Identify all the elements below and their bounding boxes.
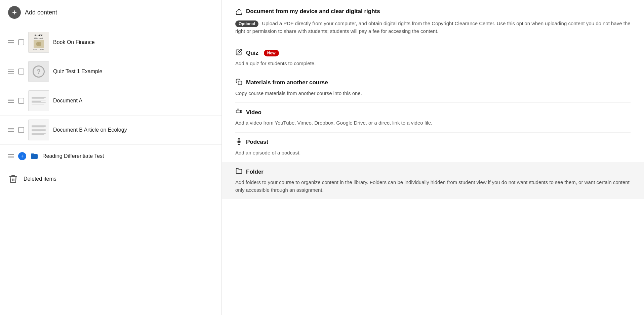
drag-handle[interactable] (8, 154, 14, 158)
folder-add-icon[interactable]: + (18, 152, 26, 160)
video-icon (235, 108, 243, 117)
video-title: Video (246, 109, 261, 116)
document-thumbnail (29, 120, 49, 140)
book-cover-image: ✈ (34, 40, 44, 48)
right-panel: Document from my device and clear digita… (222, 0, 644, 315)
add-content-button[interactable]: + Add content (0, 0, 222, 25)
add-content-label: Add content (25, 9, 57, 16)
podcast-svg-icon (236, 138, 242, 145)
optional-badge: Optional (235, 20, 258, 27)
menu-section-podcast[interactable]: Podcast Add an episode of a podcast. (235, 133, 631, 163)
folder-title: Folder (246, 169, 264, 175)
list-item[interactable]: Document B Article on Ecology (0, 116, 222, 145)
upload-icon (235, 8, 243, 17)
drag-handle[interactable] (8, 70, 14, 74)
optional-badge-row: Optional Upload a PDF directly from your… (235, 20, 631, 35)
video-desc: Add a video from YouTube, Vimeo, Dropbox… (235, 119, 631, 127)
svg-rect-6 (236, 110, 241, 113)
svg-point-4 (236, 11, 237, 12)
book-title-text: BroKEMillennial (34, 34, 43, 39)
list-item[interactable]: Document A (0, 86, 222, 116)
folder-item[interactable]: + Reading Differentiate Test (0, 147, 222, 165)
materials-desc: Copy course materials from another cours… (235, 90, 631, 97)
book-cover: BroKEMillennial ✈ ERIN LOWRY (29, 32, 49, 52)
svg-rect-10 (238, 138, 240, 141)
folder-label: Reading Differentiate Test (42, 153, 213, 159)
materials-header: Materials from another course (235, 79, 631, 87)
item-label: Book On Finance (53, 39, 213, 45)
upload-svg-icon (235, 8, 243, 15)
folder-icon (30, 152, 38, 160)
drag-handle[interactable] (8, 128, 14, 132)
video-header: Video (235, 108, 631, 117)
item-checkbox[interactable] (18, 39, 24, 45)
menu-item-header: Document from my device and clear digita… (235, 8, 631, 17)
item-label: Document B Article on Ecology (53, 127, 213, 133)
doc-lines (32, 125, 46, 135)
folder-desc: Add folders to your course to organize c… (235, 179, 631, 194)
left-panel: + Add content BroKEMillennial ✈ ERIN L (0, 0, 222, 315)
item-checkbox[interactable] (18, 69, 24, 75)
item-checkbox[interactable] (18, 98, 24, 104)
document-thumbnail (29, 91, 49, 111)
podcast-desc: Add an episode of a podcast. (235, 149, 631, 157)
deleted-items[interactable]: Deleted items (0, 168, 222, 190)
folder-open-icon (235, 168, 243, 176)
copy-icon (235, 79, 243, 87)
book-author: ERIN LOWRY (33, 48, 44, 50)
copy-svg-icon (236, 79, 242, 85)
item-thumbnail: ? (28, 61, 49, 82)
podcast-header: Podcast (235, 138, 631, 146)
plus-circle-icon: + (8, 6, 21, 19)
document-device-title: Document from my device and clear digita… (246, 8, 631, 15)
deleted-items-label: Deleted items (24, 176, 56, 182)
svg-text:✈: ✈ (38, 43, 40, 45)
menu-section-document-device[interactable]: Document from my device and clear digita… (235, 3, 631, 43)
video-svg-icon (236, 108, 242, 115)
quiz-thumbnail: ? (29, 61, 49, 82)
item-thumbnail: BroKEMillennial ✈ ERIN LOWRY (28, 32, 49, 53)
svg-marker-7 (240, 110, 242, 113)
item-thumbnail (28, 120, 49, 140)
document-device-desc: Upload a PDF directly from your computer… (235, 20, 631, 34)
quiz-desc: Add a quiz for students to complete. (235, 60, 631, 68)
drag-handle[interactable] (8, 40, 14, 44)
quiz-header: Quiz New (235, 49, 631, 57)
list-item[interactable]: BroKEMillennial ✈ ERIN LOWRY Book On Fin… (0, 28, 222, 57)
item-checkbox[interactable] (18, 127, 24, 133)
new-badge: New (264, 50, 279, 56)
podcast-icon (235, 138, 243, 146)
svg-rect-5 (238, 81, 242, 85)
list-item[interactable]: ? Quiz Test 1 Example (0, 57, 222, 86)
trash-icon (8, 174, 18, 184)
folder-header: Folder (235, 168, 631, 176)
menu-section-materials[interactable]: Materials from another course Copy cours… (235, 73, 631, 103)
materials-title: Materials from another course (246, 79, 328, 86)
quiz-title: Quiz (246, 50, 258, 56)
pencil-icon (235, 49, 243, 57)
folder-svg-icon (236, 168, 242, 174)
content-list: BroKEMillennial ✈ ERIN LOWRY Book On Fin… (0, 25, 222, 147)
question-mark-icon: ? (33, 65, 45, 78)
drag-handle[interactable] (8, 99, 14, 103)
menu-section-video[interactable]: Video Add a video from YouTube, Vimeo, D… (235, 103, 631, 133)
item-label: Document A (53, 98, 213, 104)
menu-section-folder[interactable]: Folder Add folders to your course to org… (222, 162, 644, 199)
item-thumbnail (28, 90, 49, 111)
doc-lines (32, 97, 46, 104)
podcast-title: Podcast (246, 139, 268, 145)
menu-section-quiz[interactable]: Quiz New Add a quiz for students to comp… (235, 43, 631, 73)
pencil-svg-icon (236, 49, 242, 55)
item-label: Quiz Test 1 Example (53, 69, 213, 75)
